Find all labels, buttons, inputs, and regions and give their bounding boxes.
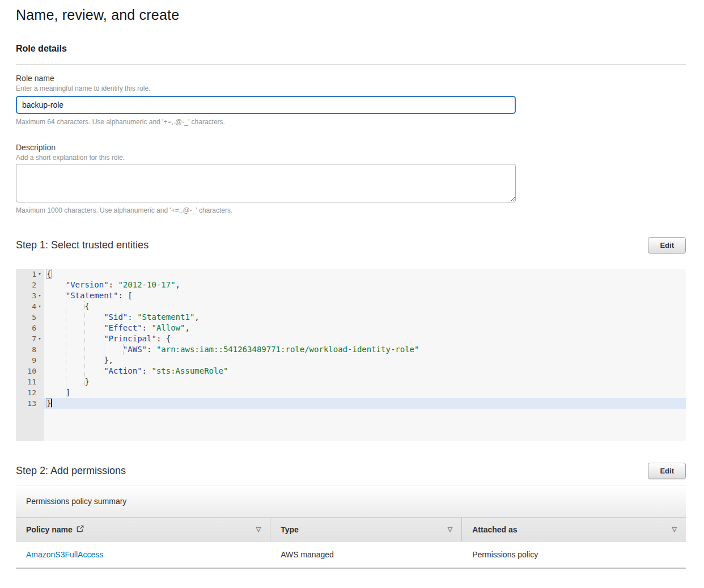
sort-icon[interactable]: ▽ [672, 526, 677, 533]
indent-guide [104, 312, 104, 377]
line-number[interactable]: 11 [16, 377, 44, 387]
line-number[interactable]: 9 [16, 355, 44, 366]
code-line[interactable]: "Sid": "Statement1", [46, 312, 686, 323]
code-line[interactable]: } [44, 398, 686, 409]
code-line[interactable]: }, [46, 355, 686, 366]
role-name-hint: Enter a meaningful name to identify this… [16, 84, 686, 92]
code-line[interactable]: ] [46, 387, 686, 398]
trust-policy-code-editor[interactable]: 1▾23▾4▾567▾8910111213 { "Version": "2012… [16, 269, 686, 441]
policy-table-header: Policy name ▽ Type ▽ Attached as [16, 518, 686, 542]
permissions-panel-title: Permissions policy summary [26, 497, 126, 506]
fold-toggle-icon[interactable]: ▾ [36, 290, 43, 301]
column-header-type[interactable]: Type ▽ [270, 518, 462, 541]
description-textarea[interactable] [16, 164, 516, 202]
code-line[interactable]: } [46, 377, 686, 387]
page: Name, review, and create Role details Ro… [0, 0, 704, 569]
line-number[interactable]: 10 [16, 366, 44, 377]
step1-header-row: Step 1: Select trusted entities Edit [16, 237, 686, 253]
fold-toggle-icon[interactable]: ▾ [36, 269, 43, 280]
code-line[interactable]: "Version": "2012-10-17", [46, 280, 686, 290]
line-number[interactable]: 1▾ [16, 269, 44, 280]
code-line[interactable]: "Effect": "Allow", [46, 323, 686, 333]
policy-table-body: AmazonS3FullAccessAWS managedPermissions… [16, 542, 686, 569]
code-gutter: 1▾23▾4▾567▾8910111213 [16, 269, 44, 441]
line-number[interactable]: 2 [16, 280, 44, 290]
description-label: Description [16, 143, 686, 152]
code-line[interactable]: { [46, 269, 686, 280]
description-field: Description Add a short explanation for … [16, 143, 686, 214]
role-name-constraint: Maximum 64 characters. Use alphanumeric … [16, 118, 686, 126]
policy-name-column-label: Policy name [26, 525, 73, 534]
step2-edit-button[interactable]: Edit [648, 463, 686, 479]
code-lines[interactable]: { "Version": "2012-10-17", "Statement": … [44, 269, 686, 441]
code-line[interactable]: "Action": "sts:AssumeRole" [46, 366, 686, 377]
fold-toggle-icon[interactable]: ▾ [36, 301, 43, 312]
policy-type-cell: AWS managed [270, 542, 462, 568]
attached-as-column-label: Attached as [472, 525, 517, 534]
permissions-panel-header: Permissions policy summary [16, 485, 686, 518]
step1-edit-button[interactable]: Edit [648, 237, 686, 253]
role-name-label: Role name [16, 74, 686, 83]
fold-toggle-icon[interactable]: ▾ [36, 333, 43, 344]
description-constraint: Maximum 1000 characters. Use alphanumeri… [16, 206, 686, 214]
page-title: Name, review, and create [16, 7, 686, 23]
external-link-icon [77, 525, 84, 534]
line-number[interactable]: 13 [16, 398, 44, 409]
policy-name-link[interactable]: AmazonS3FullAccess [26, 550, 103, 559]
column-header-attached-as[interactable]: Attached as ▽ [462, 518, 686, 541]
type-column-label: Type [281, 525, 299, 534]
text-cursor [51, 399, 52, 407]
step2-heading: Step 2: Add permissions [16, 465, 126, 477]
divider [16, 64, 686, 65]
step2-header-row: Step 2: Add permissions Edit [16, 463, 686, 479]
indent-guide [66, 280, 66, 398]
code-line[interactable]: "Statement": [ [46, 290, 686, 301]
step1-heading: Step 1: Select trusted entities [16, 239, 149, 251]
attached-as-cell: Permissions policy [462, 542, 686, 568]
line-number[interactable]: 3▾ [16, 290, 44, 301]
role-name-field: Role name Enter a meaningful name to ide… [16, 74, 686, 126]
description-hint: Add a short explanation for this role. [16, 154, 686, 162]
column-header-policy-name[interactable]: Policy name ▽ [16, 518, 270, 541]
permissions-panel: Permissions policy summary Policy name ▽ [16, 485, 686, 569]
role-name-input[interactable] [16, 96, 516, 114]
table-row: AmazonS3FullAccessAWS managedPermissions… [16, 542, 686, 569]
code-line[interactable]: "Principal": { [46, 333, 686, 344]
line-number[interactable]: 8 [16, 344, 44, 355]
code-line[interactable]: "AWS": "arn:aws:iam::541263489771:role/w… [46, 344, 686, 355]
line-number[interactable]: 7▾ [16, 333, 44, 344]
role-details-heading: Role details [16, 44, 686, 54]
code-line[interactable]: { [46, 301, 686, 312]
indent-guide [84, 301, 85, 387]
line-number[interactable]: 12 [16, 387, 44, 398]
line-number[interactable]: 5 [16, 312, 44, 323]
indent-guide [123, 344, 124, 355]
line-number[interactable]: 6 [16, 323, 44, 333]
sort-icon[interactable]: ▽ [448, 526, 452, 533]
line-number[interactable]: 4▾ [16, 301, 44, 312]
sort-icon[interactable]: ▽ [256, 526, 261, 533]
